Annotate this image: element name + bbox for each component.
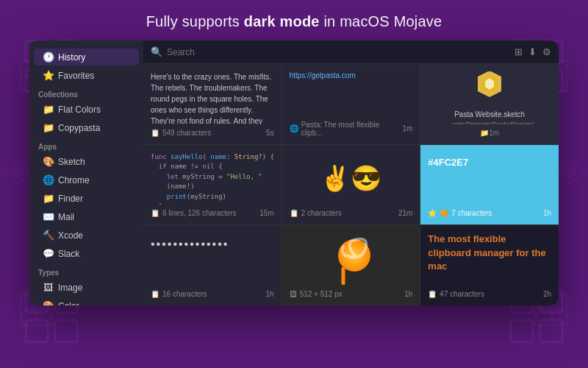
sidebar-item-slack[interactable]: 💬 Slack	[34, 245, 139, 262]
slack-icon: 💬	[43, 248, 53, 259]
card-content: https://getpasta.com	[290, 71, 413, 116]
sidebar-item-finder[interactable]: 📁 Finder	[34, 190, 139, 207]
download-icon[interactable]: ⬇	[528, 46, 537, 57]
emoji-icon: 📋	[290, 209, 298, 217]
card-password[interactable]: •••••••••••••• 📋 16 characters 1h	[143, 225, 282, 305]
card-footer: 📋 16 characters 1h	[151, 290, 274, 298]
svg-rect-10	[26, 320, 48, 342]
card-url-pasta[interactable]: https://getpasta.com 🌐 Pasta: The most f…	[282, 64, 420, 144]
sketch-file-icon	[473, 71, 506, 106]
xcode-icon: 🔨	[43, 230, 53, 241]
card-color[interactable]: #4FC2E7 ⭐ 🔶 7 characters 1h	[420, 145, 559, 225]
sidebar-copypasta-label: Copypasta	[58, 123, 100, 133]
image-icon: 🖼	[290, 290, 297, 298]
card-text-body: Here's to the crazy ones. The misfits. T…	[151, 71, 274, 124]
link-icon: 🌐	[290, 124, 298, 132]
card-content: ••••••••••••••	[151, 233, 274, 286]
card-code[interactable]: func sayHello( name: String?) { if name …	[143, 145, 282, 225]
card-footer: ⭐ 🔶 7 characters 1h	[428, 209, 551, 217]
card-emoji[interactable]: ✌️😎 📋 2 characters 21m	[282, 145, 420, 225]
color-star-icon: ⭐	[428, 209, 437, 217]
toolbar-icons: ⊞ ⬇ ⚙	[514, 46, 551, 57]
card-time: 1h	[266, 290, 274, 298]
card-footer: 🖼 512 × 512 px 1h	[290, 290, 413, 298]
card-chars: 549 characters	[162, 129, 211, 137]
sidebar-color-label: Color	[58, 301, 79, 306]
sidebar-item-chrome[interactable]: 🌐 Chrome	[34, 171, 139, 188]
sidebar-item-copypasta[interactable]: 📁 Copypasta	[34, 119, 139, 136]
copypasta-icon: 📁	[43, 122, 53, 133]
flat-colors-icon: 📁	[43, 104, 53, 115]
sidebar-item-xcode[interactable]: 🔨 Xcode	[34, 227, 139, 244]
sketch-svg-icon	[473, 71, 506, 100]
card-footer: 📋 47 characters 2h	[428, 290, 551, 298]
header-text-bold: dark mode	[244, 13, 320, 29]
header-text-suffix: in macOS Mojave	[323, 13, 442, 29]
collections-section-label: Collections	[29, 85, 143, 100]
sidebar-item-color[interactable]: 🎨 Color	[34, 297, 139, 305]
card-dimensions: 512 × 512 px	[300, 290, 343, 298]
card-time: 21m	[398, 209, 412, 217]
sidebar-favorites-label: Favorites	[58, 71, 94, 81]
sidebar-mail-label: Mail	[58, 212, 74, 222]
sidebar-item-image[interactable]: 🖼 Image	[34, 279, 139, 296]
sidebar-history-label: History	[58, 52, 85, 63]
sidebar-slack-label: Slack	[58, 249, 79, 259]
sidebar-flat-colors-label: Flat Colors	[58, 105, 101, 115]
card-emoji-content: ✌️😎	[290, 152, 413, 205]
sidebar-item-history[interactable]: 🕐 History	[34, 49, 139, 66]
card-marketing[interactable]: The most flexible clipboard manager for …	[420, 225, 559, 305]
card-content: Here's to the crazy ones. The misfits. T…	[151, 71, 274, 124]
page-header: Fully supports dark mode in macOS Mojave	[0, 0, 588, 40]
card-time: 15m	[259, 209, 273, 217]
chrome-icon: 🌐	[43, 174, 53, 185]
sidebar-item-sketch[interactable]: 🎨 Sketch	[34, 153, 139, 170]
search-input[interactable]	[167, 47, 510, 57]
sketch-filename: Pasta Website.sketch	[454, 110, 525, 118]
code-icon: 📋	[151, 209, 159, 217]
favorites-icon: ⭐	[43, 70, 53, 81]
sidebar-xcode-label: Xcode	[58, 230, 83, 241]
app-window: 🕐 History ⭐ Favorites Collections 📁 Flat…	[29, 40, 559, 305]
history-icon: 🕐	[43, 52, 53, 63]
card-chars: 2 characters	[301, 209, 342, 217]
card-content: Pasta Website.sketch …ents/Projects/Past…	[445, 71, 534, 124]
card-chars: 7 characters	[451, 209, 492, 217]
color-type-icon: 🎨	[43, 300, 53, 305]
card-footer: 📋 2 characters 21m	[290, 209, 413, 217]
card-footer: 🌐 Pasta: The most flexible clipb... 1m	[290, 121, 413, 137]
card-time: 2h	[543, 290, 551, 298]
card-time: 1h	[543, 209, 551, 217]
sidebar-image-label: Image	[58, 283, 82, 293]
svg-rect-11	[55, 320, 77, 342]
card-chars: 16 characters	[162, 290, 207, 298]
sidebar-sketch-label: Sketch	[58, 157, 85, 167]
grid-view-icon[interactable]: ⊞	[514, 46, 523, 57]
card-text-crazy[interactable]: Here's to the crazy ones. The misfits. T…	[143, 64, 282, 144]
cards-grid: Here's to the crazy ones. The misfits. T…	[143, 64, 559, 305]
card-time: 1m	[489, 129, 499, 137]
card-lines: 6 lines, 126 characters	[162, 209, 237, 217]
sidebar: 🕐 History ⭐ Favorites Collections 📁 Flat…	[29, 40, 143, 305]
card-marketing-text: The most flexible clipboard manager for …	[428, 233, 551, 273]
card-time: 1m	[402, 124, 412, 132]
card-footer: 📋 549 characters 5s	[151, 129, 274, 137]
sidebar-item-favorites[interactable]: ⭐ Favorites	[34, 67, 139, 84]
sidebar-item-flat-colors[interactable]: 📁 Flat Colors	[34, 101, 139, 118]
card-content: The most flexible clipboard manager for …	[428, 233, 551, 286]
settings-icon[interactable]: ⚙	[542, 46, 551, 57]
card-image[interactable]: 🖼 512 × 512 px 1h	[282, 225, 420, 305]
color-hex-value: #4FC2E7	[428, 152, 551, 172]
sidebar-item-mail[interactable]: ✉️ Mail	[34, 208, 139, 225]
card-content: func sayHello( name: String?) { if name …	[151, 152, 274, 205]
card-sketch-file[interactable]: Pasta Website.sketch …ents/Projects/Past…	[420, 64, 559, 144]
card-footer: 📁 1m	[480, 129, 499, 137]
header-text-prefix: Fully supports	[146, 13, 244, 29]
card-description: Pasta: The most flexible clipb...	[301, 121, 403, 137]
types-section-label: Types	[29, 263, 143, 278]
card-url-text: https://getpasta.com	[290, 71, 413, 79]
marketing-icon: 📋	[428, 290, 437, 298]
sidebar-finder-label: Finder	[58, 194, 83, 204]
main-content: 🔍 ⊞ ⬇ ⚙ Here's to the crazy ones. The mi…	[143, 40, 559, 305]
card-time: 5s	[266, 129, 274, 137]
